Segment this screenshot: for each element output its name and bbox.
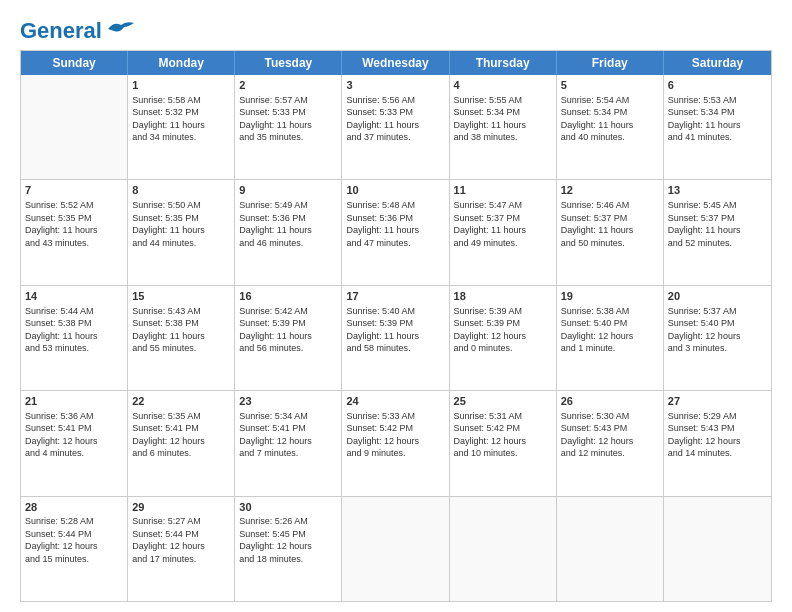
day-number: 23 [239,394,337,409]
day-number: 18 [454,289,552,304]
logo-text-general: General [20,18,102,44]
calendar-day-29: 29Sunrise: 5:27 AM Sunset: 5:44 PM Dayli… [128,497,235,601]
calendar-day-21: 21Sunrise: 5:36 AM Sunset: 5:41 PM Dayli… [21,391,128,495]
calendar-day-7: 7Sunrise: 5:52 AM Sunset: 5:35 PM Daylig… [21,180,128,284]
day-details: Sunrise: 5:54 AM Sunset: 5:34 PM Dayligh… [561,95,634,142]
day-details: Sunrise: 5:46 AM Sunset: 5:37 PM Dayligh… [561,200,634,247]
day-number: 12 [561,183,659,198]
calendar: SundayMondayTuesdayWednesdayThursdayFrid… [20,50,772,602]
calendar-day-1: 1Sunrise: 5:58 AM Sunset: 5:32 PM Daylig… [128,75,235,179]
day-number: 25 [454,394,552,409]
weekday-header-monday: Monday [128,51,235,75]
calendar-body: 1Sunrise: 5:58 AM Sunset: 5:32 PM Daylig… [21,75,771,601]
day-details: Sunrise: 5:27 AM Sunset: 5:44 PM Dayligh… [132,516,205,563]
day-details: Sunrise: 5:52 AM Sunset: 5:35 PM Dayligh… [25,200,98,247]
calendar-day-19: 19Sunrise: 5:38 AM Sunset: 5:40 PM Dayli… [557,286,664,390]
calendar-day-14: 14Sunrise: 5:44 AM Sunset: 5:38 PM Dayli… [21,286,128,390]
calendar-day-25: 25Sunrise: 5:31 AM Sunset: 5:42 PM Dayli… [450,391,557,495]
calendar-day-9: 9Sunrise: 5:49 AM Sunset: 5:36 PM Daylig… [235,180,342,284]
calendar-day-10: 10Sunrise: 5:48 AM Sunset: 5:36 PM Dayli… [342,180,449,284]
calendar-row-0: 1Sunrise: 5:58 AM Sunset: 5:32 PM Daylig… [21,75,771,180]
day-number: 2 [239,78,337,93]
calendar-day-6: 6Sunrise: 5:53 AM Sunset: 5:34 PM Daylig… [664,75,771,179]
day-details: Sunrise: 5:50 AM Sunset: 5:35 PM Dayligh… [132,200,205,247]
calendar-day-12: 12Sunrise: 5:46 AM Sunset: 5:37 PM Dayli… [557,180,664,284]
header: General [20,18,772,40]
day-number: 8 [132,183,230,198]
page: General SundayMondayTuesdayWednesdayThur… [0,0,792,612]
day-number: 21 [25,394,123,409]
calendar-row-4: 28Sunrise: 5:28 AM Sunset: 5:44 PM Dayli… [21,497,771,601]
logo: General [20,18,136,40]
logo-name: General [20,18,136,40]
calendar-day-3: 3Sunrise: 5:56 AM Sunset: 5:33 PM Daylig… [342,75,449,179]
day-number: 3 [346,78,444,93]
calendar-day-11: 11Sunrise: 5:47 AM Sunset: 5:37 PM Dayli… [450,180,557,284]
calendar-day-30: 30Sunrise: 5:26 AM Sunset: 5:45 PM Dayli… [235,497,342,601]
calendar-day-18: 18Sunrise: 5:39 AM Sunset: 5:39 PM Dayli… [450,286,557,390]
calendar-day-27: 27Sunrise: 5:29 AM Sunset: 5:43 PM Dayli… [664,391,771,495]
day-details: Sunrise: 5:30 AM Sunset: 5:43 PM Dayligh… [561,411,634,458]
calendar-day-17: 17Sunrise: 5:40 AM Sunset: 5:39 PM Dayli… [342,286,449,390]
day-number: 30 [239,500,337,515]
day-details: Sunrise: 5:58 AM Sunset: 5:32 PM Dayligh… [132,95,205,142]
day-number: 29 [132,500,230,515]
day-details: Sunrise: 5:57 AM Sunset: 5:33 PM Dayligh… [239,95,312,142]
day-number: 9 [239,183,337,198]
day-number: 24 [346,394,444,409]
calendar-empty-cell [557,497,664,601]
day-number: 11 [454,183,552,198]
calendar-empty-cell [664,497,771,601]
calendar-header: SundayMondayTuesdayWednesdayThursdayFrid… [21,51,771,75]
day-details: Sunrise: 5:31 AM Sunset: 5:42 PM Dayligh… [454,411,527,458]
calendar-day-4: 4Sunrise: 5:55 AM Sunset: 5:34 PM Daylig… [450,75,557,179]
day-number: 22 [132,394,230,409]
day-number: 17 [346,289,444,304]
day-details: Sunrise: 5:42 AM Sunset: 5:39 PM Dayligh… [239,306,312,353]
calendar-day-5: 5Sunrise: 5:54 AM Sunset: 5:34 PM Daylig… [557,75,664,179]
day-number: 15 [132,289,230,304]
calendar-day-22: 22Sunrise: 5:35 AM Sunset: 5:41 PM Dayli… [128,391,235,495]
day-details: Sunrise: 5:34 AM Sunset: 5:41 PM Dayligh… [239,411,312,458]
day-number: 16 [239,289,337,304]
calendar-day-16: 16Sunrise: 5:42 AM Sunset: 5:39 PM Dayli… [235,286,342,390]
calendar-day-8: 8Sunrise: 5:50 AM Sunset: 5:35 PM Daylig… [128,180,235,284]
logo-bird-icon [106,19,136,39]
day-number: 5 [561,78,659,93]
calendar-row-2: 14Sunrise: 5:44 AM Sunset: 5:38 PM Dayli… [21,286,771,391]
day-details: Sunrise: 5:44 AM Sunset: 5:38 PM Dayligh… [25,306,98,353]
day-number: 7 [25,183,123,198]
calendar-day-2: 2Sunrise: 5:57 AM Sunset: 5:33 PM Daylig… [235,75,342,179]
weekday-header-sunday: Sunday [21,51,128,75]
day-number: 28 [25,500,123,515]
day-details: Sunrise: 5:53 AM Sunset: 5:34 PM Dayligh… [668,95,741,142]
weekday-header-wednesday: Wednesday [342,51,449,75]
weekday-header-friday: Friday [557,51,664,75]
day-details: Sunrise: 5:43 AM Sunset: 5:38 PM Dayligh… [132,306,205,353]
weekday-header-tuesday: Tuesday [235,51,342,75]
day-details: Sunrise: 5:29 AM Sunset: 5:43 PM Dayligh… [668,411,741,458]
day-number: 10 [346,183,444,198]
calendar-day-15: 15Sunrise: 5:43 AM Sunset: 5:38 PM Dayli… [128,286,235,390]
calendar-row-3: 21Sunrise: 5:36 AM Sunset: 5:41 PM Dayli… [21,391,771,496]
calendar-day-28: 28Sunrise: 5:28 AM Sunset: 5:44 PM Dayli… [21,497,128,601]
day-number: 26 [561,394,659,409]
calendar-day-13: 13Sunrise: 5:45 AM Sunset: 5:37 PM Dayli… [664,180,771,284]
day-number: 20 [668,289,767,304]
day-number: 13 [668,183,767,198]
day-number: 19 [561,289,659,304]
day-number: 4 [454,78,552,93]
day-details: Sunrise: 5:35 AM Sunset: 5:41 PM Dayligh… [132,411,205,458]
day-details: Sunrise: 5:39 AM Sunset: 5:39 PM Dayligh… [454,306,527,353]
day-details: Sunrise: 5:26 AM Sunset: 5:45 PM Dayligh… [239,516,312,563]
calendar-day-23: 23Sunrise: 5:34 AM Sunset: 5:41 PM Dayli… [235,391,342,495]
day-number: 27 [668,394,767,409]
day-number: 14 [25,289,123,304]
calendar-empty-cell [450,497,557,601]
day-details: Sunrise: 5:49 AM Sunset: 5:36 PM Dayligh… [239,200,312,247]
day-details: Sunrise: 5:37 AM Sunset: 5:40 PM Dayligh… [668,306,741,353]
calendar-day-26: 26Sunrise: 5:30 AM Sunset: 5:43 PM Dayli… [557,391,664,495]
day-details: Sunrise: 5:36 AM Sunset: 5:41 PM Dayligh… [25,411,98,458]
day-details: Sunrise: 5:38 AM Sunset: 5:40 PM Dayligh… [561,306,634,353]
day-details: Sunrise: 5:56 AM Sunset: 5:33 PM Dayligh… [346,95,419,142]
